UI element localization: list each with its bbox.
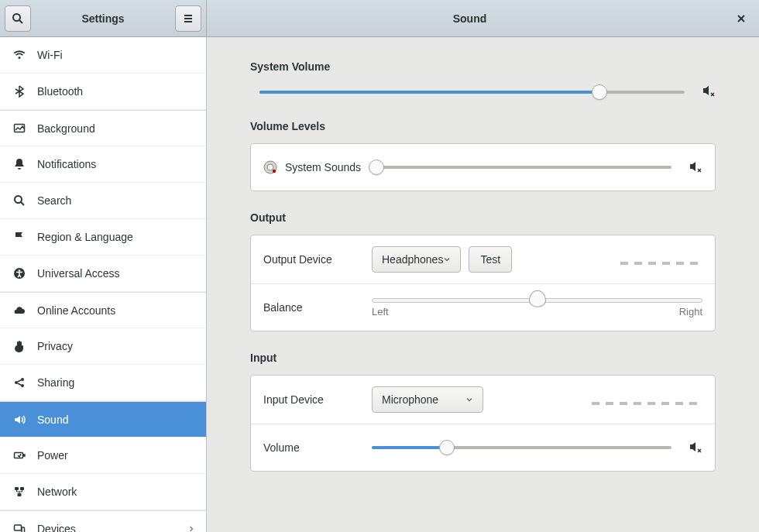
- menu-button[interactable]: [175, 5, 201, 32]
- chevron-right-icon: [187, 523, 195, 532]
- sidebar-item-label: Background: [37, 122, 195, 135]
- sidebar-item-bluetooth[interactable]: Bluetooth: [0, 74, 206, 110]
- search-button[interactable]: [5, 5, 31, 32]
- input-title: Input: [250, 352, 716, 364]
- bluetooth-icon: [11, 85, 28, 98]
- svg-point-12: [15, 381, 18, 384]
- sidebar-item-label: Search: [37, 194, 195, 207]
- system-volume-row: [250, 84, 716, 100]
- sidebar-item-notifications[interactable]: Notifications: [0, 146, 206, 183]
- sidebar-item-power[interactable]: Power: [0, 438, 206, 474]
- output-level-indicator: [620, 262, 702, 265]
- svg-point-14: [21, 384, 24, 387]
- svg-rect-16: [15, 487, 19, 490]
- balance-control: Left Right: [372, 298, 702, 317]
- test-button[interactable]: Test: [469, 246, 512, 273]
- sidebar-item-search[interactable]: Search: [0, 183, 206, 219]
- share-icon: [11, 376, 28, 389]
- sidebar-item-devices[interactable]: Devices: [0, 510, 206, 532]
- svg-rect-20: [22, 527, 25, 532]
- sidebar-item-label: Bluetooth: [37, 85, 195, 98]
- speaker-muted-icon: [702, 84, 716, 98]
- sidebar-item-label: Universal Access: [37, 267, 195, 280]
- svg-line-9: [21, 202, 24, 205]
- sidebar-item-label: Wi-Fi: [37, 49, 195, 61]
- input-device-value: Microphone: [382, 393, 465, 406]
- sidebar-item-label: Privacy: [37, 340, 195, 352]
- close-button[interactable]: [728, 5, 754, 32]
- svg-point-0: [13, 14, 20, 21]
- input-mute-button[interactable]: [689, 440, 702, 456]
- input-device-row: Input Device Microphone: [251, 376, 715, 424]
- input-volume-label: Volume: [263, 441, 372, 454]
- sidebar-item-label: Power: [37, 449, 195, 462]
- svg-point-24: [267, 164, 273, 170]
- sidebar-item-sound[interactable]: Sound: [0, 401, 206, 438]
- wifi-icon: [11, 49, 28, 61]
- svg-line-1: [19, 20, 22, 23]
- sidebar: Wi-FiBluetoothBackgroundNotificationsSea…: [0, 37, 207, 532]
- network-icon: [11, 486, 28, 498]
- output-title: Output: [250, 211, 716, 224]
- sidebar-item-label: Notifications: [37, 158, 195, 170]
- system-volume-section: System Volume: [250, 60, 716, 100]
- sidebar-item-online[interactable]: Online Accounts: [0, 292, 206, 328]
- sidebar-item-wifi[interactable]: Wi-Fi: [0, 37, 206, 74]
- sidebar-item-background[interactable]: Background: [0, 110, 206, 146]
- svg-rect-17: [20, 487, 24, 490]
- system-volume-title: System Volume: [250, 60, 716, 73]
- output-device-dropdown[interactable]: Headphones: [372, 246, 461, 273]
- input-device-label: Input Device: [263, 393, 372, 406]
- sidebar-item-label: Online Accounts: [37, 304, 195, 317]
- search-icon: [11, 194, 28, 207]
- system-volume-slider[interactable]: [259, 91, 685, 94]
- devices-icon: [11, 523, 28, 532]
- sidebar-title: Settings: [31, 12, 175, 25]
- input-volume-row: Volume: [251, 424, 715, 471]
- input-level-indicator: [592, 402, 703, 405]
- system-sounds-label: System Sounds: [285, 161, 370, 173]
- system-sounds-row: System Sounds: [251, 144, 715, 190]
- balance-row: Balance Left Right: [251, 284, 715, 331]
- content: Wi-FiBluetoothBackgroundNotificationsSea…: [0, 37, 759, 532]
- balance-right-label: Right: [679, 306, 702, 317]
- flag-icon: [11, 231, 28, 243]
- background-icon: [11, 122, 28, 135]
- system-sounds-slider[interactable]: [370, 166, 671, 169]
- sidebar-item-universal[interactable]: Universal Access: [0, 256, 206, 292]
- sidebar-item-network[interactable]: Network: [0, 474, 206, 510]
- page-title: Sound: [211, 12, 728, 25]
- input-panel: Input Device Microphone Volume: [250, 375, 716, 472]
- sidebar-item-label: Sound: [37, 414, 195, 426]
- speaker-muted-icon: [689, 440, 702, 454]
- hand-icon: [11, 340, 28, 352]
- sidebar-item-label: Devices: [37, 523, 187, 532]
- sidebar-item-label: Region & Language: [37, 231, 195, 243]
- svg-point-11: [19, 269, 21, 272]
- input-section: Input Input Device Microphone: [250, 352, 716, 472]
- input-volume-slider[interactable]: [372, 446, 671, 449]
- cloud-icon: [11, 304, 28, 317]
- chevron-down-icon: [443, 253, 451, 266]
- speaker-muted-icon: [689, 160, 702, 173]
- output-device-label: Output Device: [263, 253, 372, 266]
- titlebar-right: Sound: [207, 0, 759, 36]
- speaker-icon: [11, 414, 28, 426]
- sidebar-item-privacy[interactable]: Privacy: [0, 328, 206, 365]
- svg-rect-19: [15, 525, 22, 530]
- output-device-row: Output Device Headphones Test: [251, 235, 715, 284]
- output-section: Output Output Device Headphones Test: [250, 211, 716, 331]
- svg-rect-18: [18, 493, 22, 496]
- svg-point-8: [15, 196, 22, 203]
- balance-label: Balance: [263, 301, 372, 314]
- close-icon: [735, 12, 747, 25]
- sidebar-item-region[interactable]: Region & Language: [0, 219, 206, 256]
- output-panel: Output Device Headphones Test: [250, 235, 716, 331]
- system-sounds-icon: [263, 160, 277, 174]
- sidebar-item-sharing[interactable]: Sharing: [0, 365, 206, 401]
- balance-slider[interactable]: [372, 298, 702, 303]
- system-sounds-mute-button[interactable]: [689, 160, 702, 176]
- input-device-dropdown[interactable]: Microphone: [372, 386, 483, 413]
- system-volume-mute-button[interactable]: [702, 84, 716, 100]
- volume-levels-panel: System Sounds: [250, 143, 716, 191]
